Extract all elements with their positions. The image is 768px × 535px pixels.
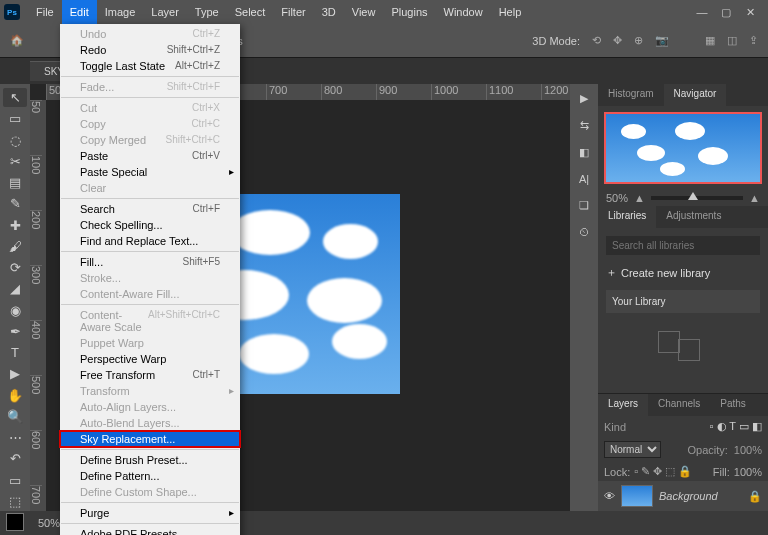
menu-item-sky-replacement[interactable]: Sky Replacement... bbox=[60, 431, 240, 447]
menu-item-content-aware-scale: Content-Aware ScaleAlt+Shift+Ctrl+C bbox=[60, 307, 240, 335]
tool-14[interactable]: ✋ bbox=[3, 386, 27, 405]
orbit-icon[interactable]: ⟲ bbox=[592, 34, 601, 47]
camera-icon[interactable]: 📷 bbox=[655, 34, 669, 47]
menu-edit[interactable]: Edit bbox=[62, 0, 97, 24]
layer-row-background[interactable]: 👁 Background 🔒 bbox=[598, 481, 768, 511]
close-button[interactable]: ✕ bbox=[744, 6, 756, 19]
menu-item-paste-special[interactable]: Paste Special bbox=[60, 164, 240, 180]
menu-filter[interactable]: Filter bbox=[273, 0, 313, 24]
dock-icon-4[interactable]: ❏ bbox=[579, 199, 589, 212]
tool-1[interactable]: ▭ bbox=[3, 109, 27, 128]
tool-16[interactable]: ⋯ bbox=[3, 428, 27, 447]
lock-icon: 🔒 bbox=[748, 490, 762, 503]
tab-libraries[interactable]: Libraries bbox=[598, 206, 656, 228]
blend-mode-select[interactable]: Normal bbox=[604, 441, 661, 458]
menu-type[interactable]: Type bbox=[187, 0, 227, 24]
menu-layer[interactable]: Layer bbox=[143, 0, 187, 24]
menu-item-purge[interactable]: Purge bbox=[60, 505, 240, 521]
home-icon[interactable]: 🏠 bbox=[10, 34, 24, 47]
menu-item-copy: CopyCtrl+C bbox=[60, 116, 240, 132]
create-library-button[interactable]: ＋Create new library bbox=[606, 265, 760, 280]
tab-channels[interactable]: Channels bbox=[648, 394, 710, 416]
view-icon[interactable]: ▦ bbox=[705, 34, 715, 47]
tool-10[interactable]: ◉ bbox=[3, 301, 27, 320]
menu-item-define-pattern[interactable]: Define Pattern... bbox=[60, 468, 240, 484]
mode-label: 3D Mode: bbox=[532, 35, 580, 47]
minimize-button[interactable]: — bbox=[696, 6, 708, 19]
tool-12[interactable]: T bbox=[3, 343, 27, 362]
tool-9[interactable]: ◢ bbox=[3, 279, 27, 298]
tool-7[interactable]: 🖌 bbox=[3, 237, 27, 256]
foreground-background-colors[interactable] bbox=[6, 513, 24, 531]
tab-histogram[interactable]: Histogram bbox=[598, 84, 664, 106]
pan-icon[interactable]: ✥ bbox=[613, 34, 622, 47]
tab-paths[interactable]: Paths bbox=[710, 394, 756, 416]
menu-item-toggle-last-state[interactable]: Toggle Last StateAlt+Ctrl+Z bbox=[60, 58, 240, 74]
menu-item-define-custom-shape: Define Custom Shape... bbox=[60, 484, 240, 500]
panels-area: Histogram Navigator 50% ▲ ▲ Libraries Ad… bbox=[598, 84, 768, 511]
navigator-preview[interactable] bbox=[604, 112, 762, 184]
menu-item-find-and-replace-text[interactable]: Find and Replace Text... bbox=[60, 233, 240, 249]
visibility-icon[interactable]: 👁 bbox=[604, 490, 615, 502]
zoom-out-icon[interactable]: ▲ bbox=[634, 192, 645, 204]
menu-help[interactable]: Help bbox=[491, 0, 530, 24]
zoom-slider[interactable] bbox=[651, 196, 743, 200]
menu-select[interactable]: Select bbox=[227, 0, 274, 24]
menu-item-check-spelling[interactable]: Check Spelling... bbox=[60, 217, 240, 233]
menu-item-fill[interactable]: Fill...Shift+F5 bbox=[60, 254, 240, 270]
lock-icons[interactable]: ▫ ✎ ✥ ⬚ 🔒 bbox=[634, 465, 692, 478]
dock-icon-2[interactable]: ◧ bbox=[579, 146, 589, 159]
tool-6[interactable]: ✚ bbox=[3, 216, 27, 235]
menu-item-search[interactable]: SearchCtrl+F bbox=[60, 201, 240, 217]
menu-3d[interactable]: 3D bbox=[314, 0, 344, 24]
menu-item-paste[interactable]: PasteCtrl+V bbox=[60, 148, 240, 164]
dock-icon-0[interactable]: ▶ bbox=[580, 92, 588, 105]
tool-5[interactable]: ✎ bbox=[3, 194, 27, 213]
tool-19[interactable]: ⬚ bbox=[3, 492, 27, 511]
tool-18[interactable]: ▭ bbox=[3, 471, 27, 490]
tool-4[interactable]: ▤ bbox=[3, 173, 27, 192]
fill-value[interactable]: 100% bbox=[734, 466, 762, 478]
tab-navigator[interactable]: Navigator bbox=[664, 84, 727, 106]
tool-17[interactable]: ↶ bbox=[3, 449, 27, 468]
menubar: Ps FileEditImageLayerTypeSelectFilter3DV… bbox=[0, 0, 768, 24]
share-icon[interactable]: ⇪ bbox=[749, 34, 758, 47]
your-library-item[interactable]: Your Library bbox=[606, 290, 760, 313]
tool-11[interactable]: ✒ bbox=[3, 322, 27, 341]
app-logo: Ps bbox=[4, 4, 20, 20]
arrange-icon[interactable]: ◫ bbox=[727, 34, 737, 47]
menu-file[interactable]: File bbox=[28, 0, 62, 24]
zoom-in-icon[interactable]: ▲ bbox=[749, 192, 760, 204]
menu-image[interactable]: Image bbox=[97, 0, 144, 24]
menu-window[interactable]: Window bbox=[436, 0, 491, 24]
maximize-button[interactable]: ▢ bbox=[720, 6, 732, 19]
status-zoom[interactable]: 50% bbox=[38, 517, 60, 529]
menu-item-free-transform[interactable]: Free TransformCtrl+T bbox=[60, 367, 240, 383]
menu-item-define-brush-preset[interactable]: Define Brush Preset... bbox=[60, 452, 240, 468]
opacity-value[interactable]: 100% bbox=[734, 444, 762, 456]
dock-icon-5[interactable]: ⏲ bbox=[579, 226, 590, 238]
search-libraries-input[interactable] bbox=[606, 236, 760, 255]
tool-8[interactable]: ⟳ bbox=[3, 258, 27, 277]
menu-item-fade: Fade...Shift+Ctrl+F bbox=[60, 79, 240, 95]
tab-layers[interactable]: Layers bbox=[598, 394, 648, 416]
tool-13[interactable]: ▶ bbox=[3, 364, 27, 383]
libraries-panel-tabs: Libraries Adjustments bbox=[598, 206, 768, 228]
menu-item-adobe-pdf-presets[interactable]: Adobe PDF Presets... bbox=[60, 526, 240, 535]
tool-3[interactable]: ✂ bbox=[3, 152, 27, 171]
dock-icon-3[interactable]: A| bbox=[579, 173, 589, 185]
tool-0[interactable]: ↖ bbox=[3, 88, 27, 107]
tool-15[interactable]: 🔍 bbox=[3, 407, 27, 426]
layer-thumbnail[interactable] bbox=[621, 485, 653, 507]
zoom-icon[interactable]: ⊕ bbox=[634, 34, 643, 47]
menu-item-redo[interactable]: RedoShift+Ctrl+Z bbox=[60, 42, 240, 58]
opacity-label: Opacity: bbox=[688, 444, 728, 456]
dock-icon-1[interactable]: ⇆ bbox=[580, 119, 589, 132]
menu-view[interactable]: View bbox=[344, 0, 384, 24]
menu-plugins[interactable]: Plugins bbox=[383, 0, 435, 24]
menu-item-perspective-warp[interactable]: Perspective Warp bbox=[60, 351, 240, 367]
tool-2[interactable]: ◌ bbox=[3, 131, 27, 150]
layer-filter-label: Kind bbox=[604, 421, 626, 433]
menu-item-copy-merged: Copy MergedShift+Ctrl+C bbox=[60, 132, 240, 148]
tab-adjustments[interactable]: Adjustments bbox=[656, 206, 731, 228]
